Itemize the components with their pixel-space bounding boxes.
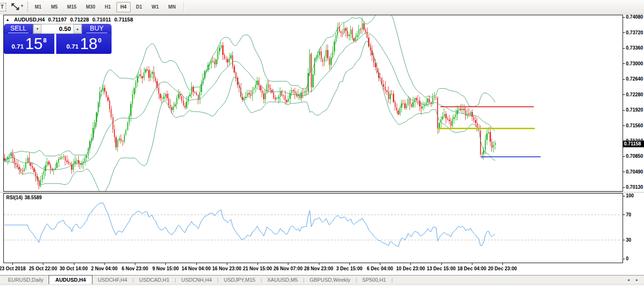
chart-tabs: EURUSD,DailyAUDUSD,H4USDCHF,H4|USDCAD,H1… — [3, 275, 393, 284]
tab-xauusd-m5[interactable]: XAUUSD,M5 — [262, 276, 303, 284]
indicators-arrows-icon[interactable] — [10, 2, 20, 11]
time-axis-label: 16 Nov 23:00 — [212, 266, 241, 271]
text-tool-icon[interactable]: T — [0, 3, 6, 11]
time-axis-label: 6 Nov 23:00 — [122, 266, 148, 271]
tab-usdjpy-m15[interactable]: USDJPY,M15 — [218, 276, 260, 284]
time-axis-label: 13 Dec 15:00 — [427, 266, 456, 271]
rsi-indicator-label: RSI(14)38.5589 — [6, 195, 44, 200]
rsi-axis-tick — [623, 240, 625, 240]
volume-decrease-button[interactable]: ▼ — [33, 24, 41, 33]
mt4-window: T ▾ M1M5M15M30H1H4D1W1MN ▲ AUDUSD,H40.71… — [0, 0, 644, 286]
volume-spinner: ▼ 0.50 ▲ — [33, 24, 82, 34]
rsi-axis-tick — [623, 214, 625, 215]
price-axis-label: 0.72640 — [626, 76, 643, 82]
sell-button[interactable]: SELL — [4, 24, 33, 34]
time-axis-label: 2 Nov 04:00 — [91, 266, 118, 271]
time-axis-label: 18 Dec 04:00 — [457, 266, 486, 271]
timeframe-button-m30[interactable]: M30 — [82, 2, 99, 12]
collapse-quotes-icon[interactable]: ▲ — [6, 18, 10, 22]
timeframe-button-mn[interactable]: MN — [164, 2, 180, 12]
tab-usdchf-h4[interactable]: USDCHF,H4 — [92, 276, 133, 284]
rsi-chart-svg — [4, 194, 623, 263]
time-axis-tick — [319, 263, 319, 265]
sell-price-big: 15 — [25, 35, 43, 53]
tab-eurusd-daily[interactable]: EURUSD,Daily — [3, 276, 49, 284]
timeframe-toolbar: M1M5M15M30H1H4D1W1MN — [31, 1, 185, 12]
time-axis-label: 9 Nov 15:00 — [152, 266, 179, 271]
time-axis-label: 25 Oct 22:00 — [29, 266, 57, 271]
timeframe-button-w1[interactable]: W1 — [147, 2, 163, 12]
price-axis-label: 0.70130 — [626, 184, 643, 190]
price-axis-tick — [623, 32, 625, 33]
price-axis-label: 0.72280 — [626, 92, 643, 98]
time-axis-tick — [502, 263, 503, 265]
price-axis-tick — [623, 63, 625, 64]
time-axis-tick — [165, 263, 166, 265]
ohlc-high: 0.71228 — [70, 17, 89, 22]
time-axis-tick — [196, 263, 197, 265]
timeframe-button-m5[interactable]: M5 — [47, 2, 62, 12]
rsi-panel[interactable]: RSI(14)38.5589 — [3, 193, 623, 263]
tab-usdcnh-h4[interactable]: USDCNH,H4 — [176, 276, 217, 284]
rsi-axis-label: 0 — [626, 256, 629, 262]
ohlc-open: 0.71197 — [48, 17, 67, 22]
buy-price-sup: 0 — [98, 37, 101, 44]
time-axis-label: 28 Nov 23:00 — [304, 266, 333, 271]
price-axis-tick — [623, 187, 625, 188]
rsi-axis-label: 70 — [626, 212, 631, 218]
price-axis-tick — [623, 94, 625, 95]
tab-sp500-h1[interactable]: SP500,H1 — [357, 276, 391, 284]
time-axis-label: 23 Oct 2018 — [0, 266, 26, 271]
tab-audusd-h4[interactable]: AUDUSD,H4 — [49, 275, 92, 285]
price-axis-label: 0.73000 — [626, 61, 643, 67]
timeframe-button-m15[interactable]: M15 — [63, 2, 81, 12]
tab-usdcad-h1[interactable]: USDCAD,H1 — [134, 276, 175, 284]
price-axis[interactable]: 0.740800.737200.733600.730000.726400.722… — [623, 15, 644, 192]
time-axis-label: 14 Nov 04:00 — [182, 266, 211, 271]
time-axis-tick — [227, 263, 227, 265]
time-axis[interactable]: 23 Oct 201825 Oct 22:0030 Oct 14:002 Nov… — [0, 263, 644, 274]
time-axis-label: 6 Dec 04:00 — [367, 266, 393, 271]
top-toolbar: T ▾ M1M5M15M30H1H4D1W1MN — [0, 0, 644, 14]
timeframe-button-m1[interactable]: M1 — [31, 2, 46, 12]
time-axis-label: 30 Oct 14:00 — [60, 266, 88, 271]
volume-input[interactable]: 0.50 — [41, 24, 73, 33]
chart-symbol-label: AUDUSD,H4 — [14, 17, 45, 22]
ohlc-low: 0.71011 — [92, 17, 111, 22]
toolbar-separator — [184, 2, 185, 12]
price-axis-tick — [623, 156, 625, 157]
buy-price-button[interactable]: 0.71 18 0 — [56, 34, 112, 54]
sell-price-button[interactable]: 0.71 15 8 — [4, 34, 54, 54]
ohlc-close: 0.71158 — [114, 17, 133, 22]
price-axis-label: 0.74080 — [626, 14, 643, 20]
time-axis-tick — [410, 263, 411, 265]
dropdown-caret-icon[interactable]: ▾ — [21, 3, 23, 8]
buy-button[interactable]: BUY — [82, 24, 112, 34]
rsi-axis-tick — [623, 196, 625, 196]
time-axis-label: 10 Dec 23:00 — [396, 266, 425, 271]
price-axis-tick — [623, 110, 625, 111]
tab-separator: | — [391, 277, 393, 284]
time-axis-tick — [74, 263, 74, 265]
timeframe-button-h1[interactable]: H1 — [101, 2, 115, 12]
status-strip — [0, 284, 644, 286]
time-axis-label: 20 Dec 23:00 — [488, 266, 517, 271]
rsi-axis-label: 30 — [626, 237, 631, 243]
sell-price-prefix: 0.71 — [11, 43, 23, 50]
price-axis-tick — [623, 172, 625, 172]
tab-gbpusd-weekly[interactable]: GBPUSD,Weekly — [305, 276, 356, 284]
timeframe-button-h4[interactable]: H4 — [116, 2, 131, 12]
price-axis-label: 0.73720 — [626, 30, 643, 36]
timeframe-button-d1[interactable]: D1 — [132, 2, 146, 12]
volume-increase-button[interactable]: ▲ — [73, 24, 82, 33]
time-axis-tick — [441, 263, 442, 265]
rsi-axis-label: 100 — [626, 193, 634, 199]
tabs-scroll-left-icon[interactable]: ◂ — [627, 277, 630, 282]
price-axis-tick — [623, 79, 625, 80]
time-axis-tick — [349, 263, 350, 265]
rsi-levels-layer — [4, 215, 622, 240]
tabs-scroll-right-icon[interactable]: ▸ — [636, 277, 638, 282]
buy-price-big: 18 — [80, 35, 98, 53]
time-axis-label: 26 Nov 07:00 — [274, 266, 303, 271]
time-axis-tick — [288, 263, 288, 265]
